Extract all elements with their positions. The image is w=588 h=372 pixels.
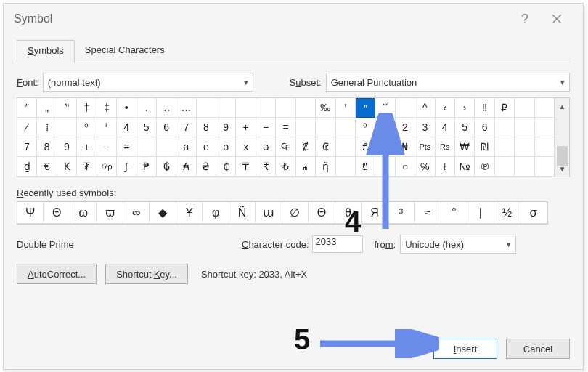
symbol-cell[interactable]: ∫ xyxy=(117,157,136,177)
recent-symbols-grid[interactable]: ΨΘωϖ∞◆¥φÑɯ∅ΘθЯ³≈°|½σ xyxy=(17,201,548,225)
character-code-input[interactable]: 2033 xyxy=(312,235,363,253)
close-button[interactable] xyxy=(541,4,573,34)
scroll-thumb[interactable] xyxy=(557,146,568,166)
symbol-cell[interactable]: ₮ xyxy=(77,157,97,177)
symbol-cell[interactable]: ‼ xyxy=(475,98,494,118)
symbol-cell[interactable]: ⁰ xyxy=(77,118,97,137)
symbol-cell[interactable] xyxy=(515,98,534,118)
scroll-track[interactable] xyxy=(555,114,569,161)
symbol-cell[interactable] xyxy=(57,118,77,137)
symbol-cell[interactable]: x xyxy=(236,137,256,157)
symbol-cell[interactable]: ₹ xyxy=(256,157,276,177)
symbol-cell[interactable] xyxy=(535,157,555,177)
symbol-cell[interactable]: 4 xyxy=(117,118,136,137)
symbol-cell[interactable]: ₥ xyxy=(375,137,395,157)
symbol-cell[interactable]: 7 xyxy=(176,118,196,137)
recent-symbol-cell[interactable]: Ñ xyxy=(229,202,256,224)
symbol-cell[interactable] xyxy=(136,137,156,157)
symbol-cell[interactable] xyxy=(256,98,276,118)
subset-select[interactable]: General Punctuation ▾ xyxy=(326,73,570,92)
symbol-cell[interactable]: ^ xyxy=(415,98,435,118)
recent-symbol-cell[interactable]: Θ xyxy=(44,202,70,224)
symbol-cell[interactable]: 8 xyxy=(37,137,57,157)
help-button[interactable]: ? xyxy=(509,4,541,34)
symbol-cell[interactable] xyxy=(495,118,515,137)
symbol-cell[interactable] xyxy=(495,137,515,157)
grid-scrollbar[interactable]: ▲ ▼ xyxy=(555,98,569,177)
symbol-cell[interactable] xyxy=(276,98,295,118)
symbol-cell[interactable]: ₴ xyxy=(197,157,216,177)
symbol-cell[interactable]: ⁱ xyxy=(97,118,117,137)
symbol-cell[interactable]: 𝒟ρ xyxy=(97,157,117,177)
symbol-cell[interactable]: 3 xyxy=(415,118,435,137)
symbol-cell[interactable] xyxy=(515,118,534,137)
autocorrect-button[interactable]: AutoCorrect... xyxy=(17,264,97,284)
symbol-cell[interactable]: ⁞ xyxy=(37,118,57,137)
symbol-cell[interactable] xyxy=(515,157,534,177)
symbol-cell[interactable]: ₽ xyxy=(495,98,515,118)
symbol-cell[interactable]: 9 xyxy=(216,118,236,137)
symbol-cell[interactable]: ‰ xyxy=(316,98,335,118)
recent-symbol-cell[interactable]: ◆ xyxy=(150,202,176,224)
symbol-cell[interactable]: + xyxy=(77,137,97,157)
symbol-cell[interactable] xyxy=(157,137,176,157)
symbol-cell[interactable]: ₿ xyxy=(375,157,395,177)
symbol-cell[interactable]: ə xyxy=(256,137,276,157)
symbol-cell[interactable]: 1 xyxy=(375,118,395,137)
recent-symbol-cell[interactable]: ω xyxy=(70,202,97,224)
symbol-cell[interactable]: ℓ xyxy=(436,157,455,177)
symbol-cell[interactable]: ⁰ xyxy=(356,118,375,137)
symbol-cell[interactable]: ₡ xyxy=(296,137,316,157)
recent-symbol-cell[interactable]: ° xyxy=(441,202,467,224)
symbol-cell[interactable]: 5 xyxy=(455,118,475,137)
symbol-cell[interactable]: ℅ xyxy=(415,157,435,177)
symbol-cell[interactable]: ₠ xyxy=(276,137,295,157)
symbol-cell[interactable]: ῆ xyxy=(316,157,335,177)
symbol-cell[interactable]: 8 xyxy=(197,118,216,137)
symbol-cell[interactable]: ‥ xyxy=(157,98,176,118)
symbol-cell[interactable]: ‴ xyxy=(375,98,395,118)
symbol-cell[interactable]: › xyxy=(455,98,475,118)
symbol-cell[interactable]: † xyxy=(77,98,97,118)
symbol-cell[interactable]: ₼ xyxy=(296,157,316,177)
symbol-cell[interactable] xyxy=(396,98,415,118)
recent-symbol-cell[interactable]: σ xyxy=(520,202,547,224)
recent-symbol-cell[interactable]: Я xyxy=(362,202,388,224)
symbol-cell[interactable]: ₳ xyxy=(176,157,196,177)
symbol-cell[interactable]: + xyxy=(236,118,256,137)
symbol-cell[interactable]: ‹ xyxy=(436,98,455,118)
symbol-cell[interactable]: = xyxy=(117,137,136,157)
symbol-cell[interactable]: ₺ xyxy=(276,157,295,177)
tab-special-characters[interactable]: Special Characters xyxy=(75,40,175,62)
cancel-button[interactable]: Cancel xyxy=(506,339,570,359)
symbol-cell[interactable]: ₩ xyxy=(455,137,475,157)
symbol-cell[interactable]: ₲ xyxy=(157,157,176,177)
recent-symbol-cell[interactable]: ∅ xyxy=(282,202,309,224)
symbol-cell[interactable]: 2 xyxy=(396,118,415,137)
symbol-cell[interactable] xyxy=(336,137,356,157)
recent-symbol-cell[interactable]: φ xyxy=(203,202,229,224)
symbol-cell[interactable] xyxy=(336,118,356,137)
recent-symbol-cell[interactable]: ¥ xyxy=(176,202,203,224)
symbol-cell[interactable] xyxy=(197,98,216,118)
symbol-cell[interactable] xyxy=(296,118,316,137)
symbol-cell[interactable]: ₫ xyxy=(17,157,37,177)
symbol-cell[interactable]: 7 xyxy=(17,137,37,157)
symbol-cell[interactable] xyxy=(535,98,555,118)
font-select[interactable]: (normal text) ▾ xyxy=(43,73,253,92)
symbol-cell[interactable]: 5 xyxy=(136,118,156,137)
symbol-cell[interactable] xyxy=(216,98,236,118)
symbol-cell[interactable]: − xyxy=(256,118,276,137)
symbol-cell[interactable]: ○ xyxy=(396,157,415,177)
recent-symbol-cell[interactable]: ∞ xyxy=(123,202,150,224)
symbol-grid[interactable]: ″„‟†‡•.‥… ‰′″‴ ^‹›‼₽ ⁄⁞ ⁰ⁱ456789+−= ⁰123… xyxy=(17,98,555,177)
symbol-cell[interactable]: ₢ xyxy=(316,137,335,157)
symbol-cell[interactable]: ₦ xyxy=(396,137,415,157)
symbol-cell[interactable]: Pts xyxy=(415,137,435,157)
symbol-cell[interactable]: 9 xyxy=(57,137,77,157)
symbol-cell[interactable]: € xyxy=(37,157,57,177)
symbol-cell[interactable]: a xyxy=(176,137,196,157)
symbol-cell[interactable]: ″ xyxy=(17,98,37,118)
symbol-cell[interactable]: ₭ xyxy=(57,157,77,177)
recent-symbol-cell[interactable]: Θ xyxy=(309,202,335,224)
